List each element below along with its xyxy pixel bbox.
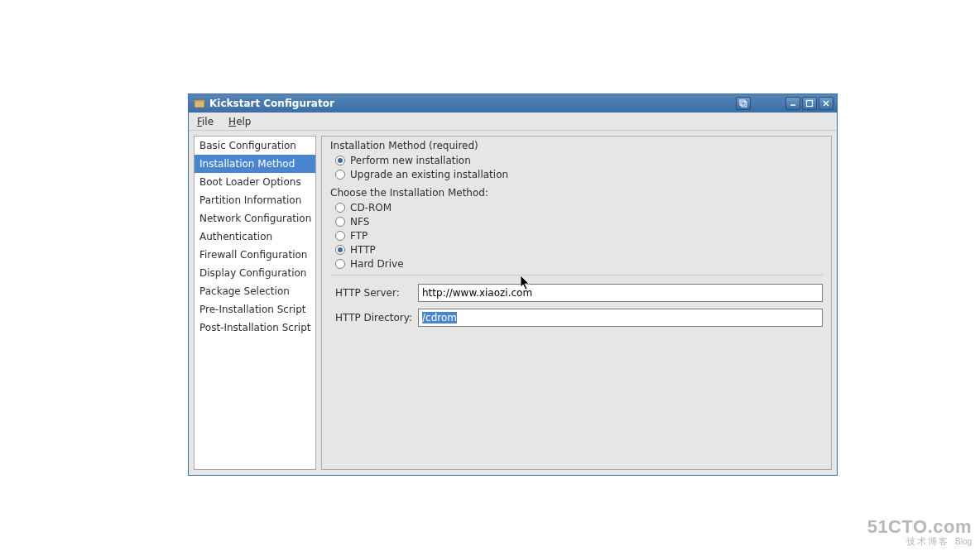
http-directory-label: HTTP Directory: — [335, 312, 411, 323]
watermark-line2-en: Blog — [955, 537, 972, 546]
radio-label: HTTP — [350, 244, 376, 256]
http-directory-value: /cdrom — [422, 312, 457, 323]
radio-label: Hard Drive — [350, 258, 404, 270]
section-install-type-label: Installation Method (required) — [330, 140, 823, 151]
window-title: Kickstart Configurator — [209, 98, 334, 109]
radio-icon — [335, 259, 345, 269]
sidebar-item-network-configuration[interactable]: Network Configuration — [195, 209, 315, 228]
svg-rect-1 — [195, 100, 204, 102]
menubar: File Help — [189, 113, 837, 131]
minimize-icon — [789, 99, 797, 108]
sidebar: Basic Configuration Installation Method … — [194, 136, 316, 470]
radio-method-ftp[interactable]: FTP — [335, 230, 823, 242]
http-directory-input[interactable]: /cdrom — [418, 309, 823, 327]
sidebar-item-authentication[interactable]: Authentication — [195, 228, 315, 246]
radio-icon — [335, 156, 345, 165]
app-icon — [194, 98, 205, 109]
sidebar-item-pre-installation-script[interactable]: Pre-Installation Script — [195, 300, 315, 319]
radio-upgrade-existing-installation[interactable]: Upgrade an existing installation — [335, 169, 823, 180]
radio-label: CD-ROM — [350, 202, 392, 213]
radio-label: Perform new installation — [350, 155, 471, 166]
svg-rect-3 — [742, 102, 747, 107]
radio-label: Upgrade an existing installation — [350, 169, 508, 180]
minimize-button[interactable] — [785, 97, 800, 110]
radio-icon — [335, 231, 345, 241]
section-choose-method-label: Choose the Installation Method: — [330, 187, 823, 199]
radio-method-hard-drive[interactable]: Hard Drive — [335, 258, 823, 270]
close-button[interactable] — [819, 97, 833, 110]
window-body: Basic Configuration Installation Method … — [189, 131, 837, 475]
dock-button[interactable] — [736, 97, 751, 110]
radio-method-http[interactable]: HTTP — [335, 244, 823, 256]
app-window: Kickstart Configurator File — [188, 93, 838, 476]
maximize-icon — [805, 99, 814, 108]
http-server-input[interactable] — [418, 284, 823, 302]
sidebar-item-display-configuration[interactable]: Display Configuration — [195, 264, 315, 282]
sidebar-item-firewall-configuration[interactable]: Firewall Configuration — [195, 246, 315, 264]
menu-file[interactable]: File — [194, 114, 217, 129]
dock-icon — [739, 99, 747, 108]
svg-rect-2 — [740, 100, 745, 105]
http-server-label: HTTP Server: — [335, 287, 411, 299]
radio-icon — [335, 170, 345, 180]
sidebar-item-partition-information[interactable]: Partition Information — [195, 191, 315, 209]
radio-label: NFS — [350, 216, 369, 228]
radio-label: FTP — [350, 230, 368, 242]
close-icon — [822, 99, 830, 108]
sidebar-item-post-installation-script[interactable]: Post-Installation Script — [195, 319, 315, 337]
svg-rect-5 — [807, 101, 813, 107]
radio-icon — [335, 245, 345, 255]
sidebar-item-basic-configuration[interactable]: Basic Configuration — [195, 137, 315, 155]
maximize-button[interactable] — [802, 97, 817, 110]
sidebar-item-installation-method[interactable]: Installation Method — [195, 155, 315, 173]
sidebar-item-package-selection[interactable]: Package Selection — [195, 282, 315, 300]
main-panel: Installation Method (required) Perform n… — [321, 136, 832, 470]
watermark: 51CTO.com 技术博客 Blog — [867, 518, 972, 546]
watermark-line2-cn: 技术博客 — [906, 536, 949, 546]
radio-icon — [335, 203, 345, 213]
separator — [330, 275, 823, 276]
menu-help[interactable]: Help — [225, 114, 254, 129]
radio-icon — [335, 217, 345, 227]
http-form: HTTP Server: HTTP Directory: /cdrom — [330, 284, 823, 327]
radio-method-nfs[interactable]: NFS — [335, 216, 823, 228]
watermark-line1: 51CTO.com — [867, 518, 972, 536]
sidebar-item-boot-loader-options[interactable]: Boot Loader Options — [195, 173, 315, 191]
radio-perform-new-installation[interactable]: Perform new installation — [335, 155, 823, 166]
titlebar[interactable]: Kickstart Configurator — [189, 94, 837, 113]
radio-method-cdrom[interactable]: CD-ROM — [335, 202, 823, 213]
